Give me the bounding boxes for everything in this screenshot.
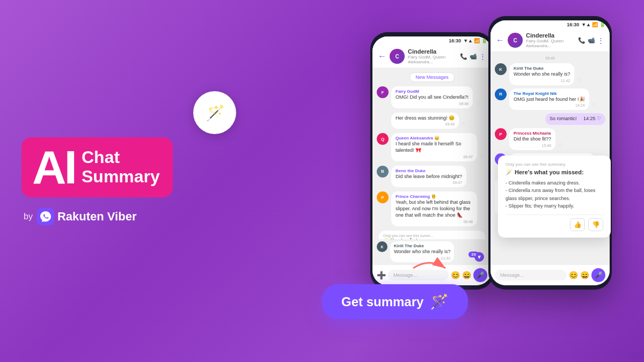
like-icon[interactable]: ♡ (475, 101, 480, 106)
by-text: by (24, 212, 33, 221)
viber-icon (37, 208, 54, 225)
phone-1-video-icon[interactable]: 📹 (470, 53, 477, 60)
phone-1-more-icon[interactable]: ⋮ (479, 53, 486, 61)
left-branding: AI Chat Summary by Rakuten Viber (21, 137, 173, 225)
phone-1-contact-avatar: C (390, 49, 405, 64)
phone-1-screen: 16:30 ▼▲ 📶 🔋 ← C Cinderella Fairy GodM, … (372, 36, 492, 285)
avatar: B (377, 166, 389, 178)
msg-sender: Beno the Duke (396, 168, 462, 173)
phone-1-status-bar: 16:30 ▼▲ 📶 🔋 (372, 36, 492, 45)
avatar: P (377, 191, 389, 203)
emoji-icon[interactable]: 😊 (451, 271, 460, 279)
summary-only-you-text: Only you can see this summary (506, 162, 603, 167)
like-icon[interactable]: ♡ (462, 121, 466, 127)
summary-popup-title: 🪄 Here's what you missed: (506, 169, 603, 176)
table-row: Her dress was stunning! 😊 09:46 ♡ (377, 113, 487, 129)
message-bubble: Queen Aleksandra 👑 I heard she made it h… (391, 133, 477, 161)
phone-2-screen: 16:30 ▼▲ 📶 🔋 ← C Cinderella Fairy GodM, … (491, 20, 610, 285)
phone-1-contact-subtitle: Fairy GodM, Queen Aleksandra... (408, 55, 457, 64)
arrow-indicator (408, 252, 451, 284)
thumbs-down-button[interactable]: 👎 (588, 218, 603, 231)
avatar: Q (377, 133, 389, 145)
phones-container: 16:30 ▼▲ 📶 🔋 ← C Cinderella Fairy GodM, … (370, 16, 612, 290)
msg-text: OMG just heard he found her !🎉 (514, 97, 585, 103)
msg-text: Yeah, but she left behind that glass sli… (396, 200, 473, 218)
msg-time: 11:42 (514, 79, 570, 83)
add-icon[interactable]: ➕ (377, 271, 386, 279)
magic-wand-btn-icon: 🪄 (430, 293, 449, 311)
sticker-icon[interactable]: 😄 (462, 271, 471, 279)
thumbs-up-button[interactable]: 👍 (570, 218, 585, 231)
table-row: R The Royal Knight Nik OMG just heard he… (495, 88, 605, 110)
avatar: F (377, 86, 389, 98)
msg-time: 09:46 (396, 122, 455, 126)
by-viber: by Rakuten Viber (21, 208, 173, 225)
get-summary-label: Get summary (341, 294, 423, 309)
msg-text: Her dress was stunning! 😊 (396, 115, 455, 122)
phone-2-contact-avatar: C (508, 33, 523, 48)
phone-2-contact-subtitle: Fairy GodM, Queen Aleksandra... (526, 39, 575, 48)
summary-popup-items: - Cinderella makes amazing dress. - Cind… (506, 179, 603, 210)
new-messages-badge: New Messages (409, 72, 455, 82)
msg-sender: Queen Aleksandra 👑 (396, 136, 473, 141)
phone-1-back[interactable]: ← (378, 51, 386, 61)
ai-letter: AI (32, 144, 75, 191)
phone-2-contact-name: Cinderella (526, 32, 575, 39)
message-bubble: Fairy GodM OMG! Did you all see Cinderel… (391, 86, 473, 108)
summary-label: Summary (82, 167, 160, 186)
message-bubble: The Royal Knight Nik OMG just heard he f… (509, 88, 589, 110)
table-row: K Kirill The Duke Wonder who she really … (495, 63, 605, 85)
message-bubble: Beno the Duke Did she leave before midni… (391, 166, 466, 188)
like-icon[interactable]: ♡ (558, 143, 562, 148)
phone-1-contact-name: Cinderella (408, 48, 457, 55)
like-icon[interactable]: ♡ (592, 102, 596, 108)
unread-badge: 39 (469, 252, 479, 257)
phone-1-messages-area: New Messages F Fairy GodM OMG! Did you a… (372, 68, 492, 239)
svg-text:🪄: 🪄 (206, 104, 225, 122)
phone-2-more-icon[interactable]: ⋮ (597, 36, 604, 45)
message-bubble-sent: So romantic! 14:25 ♡ (545, 113, 605, 125)
msg-time: 09:47 (396, 181, 462, 184)
phone-2-video-icon[interactable]: 📹 (588, 37, 595, 44)
time-separator: 09:40 (495, 56, 605, 60)
msg-sender: Fairy GodM (396, 89, 469, 94)
msg-text: OMG! Did you all see Cinderella?! (396, 94, 469, 101)
phone-2-status-bar: 16:30 ▼▲ 📶 🔋 (491, 20, 610, 29)
phone-1-time: 16:30 (449, 38, 461, 43)
table-row: Q Queen Aleksandra 👑 I heard she made it… (377, 133, 487, 161)
msg-time: 09:48 (396, 220, 473, 224)
msg-text: I heard she made it herself! So talented… (396, 141, 473, 153)
like-icon[interactable]: ♡ (480, 154, 484, 159)
magic-circle: 🪄 (193, 91, 236, 134)
msg-sender: Kirill The Duke (514, 66, 570, 71)
message-bubble: Kirill The Duke Wonder who she really is… (509, 63, 574, 85)
get-summary-button[interactable]: Get summary 🪄 (322, 284, 468, 319)
msg-sender: Kirill The Duke (394, 243, 450, 248)
msg-sender: Princess Michaela (514, 131, 551, 136)
message-bubble: Princess Michaela Did the shoe fit?? 15:… (509, 128, 555, 150)
phone-1-contact-info: Cinderella Fairy GodM, Queen Aleksandra.… (408, 48, 457, 64)
table-row: P Prince Charming 🤴 Yeah, but she left b… (377, 191, 487, 226)
phone-1-phone-icon[interactable]: 📞 (460, 53, 467, 60)
mic-button-2[interactable]: 🎤 (591, 268, 605, 282)
emoji-icon-2[interactable]: 😊 (569, 271, 578, 279)
phone-2-phone-icon[interactable]: 📞 (578, 37, 586, 44)
msg-text: Did she leave before midnight? (396, 174, 462, 180)
msg-time: 15:46 (514, 144, 551, 147)
phone-2-header-icons: 📞 📹 ⋮ (578, 36, 604, 45)
msg-sender: The Royal Knight Nik (514, 91, 585, 96)
sticker-icon-2[interactable]: 😄 (580, 271, 589, 279)
message-bubble: Her dress was stunning! 😊 09:46 (391, 113, 459, 129)
avatar: R (495, 88, 507, 100)
phone-2-back[interactable]: ← (496, 35, 504, 45)
phone-1-header-icons: 📞 📹 ⋮ (460, 53, 486, 61)
phone-2-header: ← C Cinderella Fairy GodM, Queen Aleksan… (491, 29, 610, 52)
mic-button[interactable]: 🎤 (473, 268, 487, 282)
magic-wand-icon: 🪄 (203, 101, 226, 124)
viber-logo: Rakuten Viber (37, 208, 137, 225)
avatar: P (495, 128, 507, 140)
avatar: K (377, 241, 387, 252)
message-bubble: Prince Charming 🤴 Yeah, but she left beh… (391, 191, 477, 226)
message-input-2[interactable]: Message... (495, 270, 567, 280)
like-icon[interactable]: ♡ (577, 78, 581, 83)
